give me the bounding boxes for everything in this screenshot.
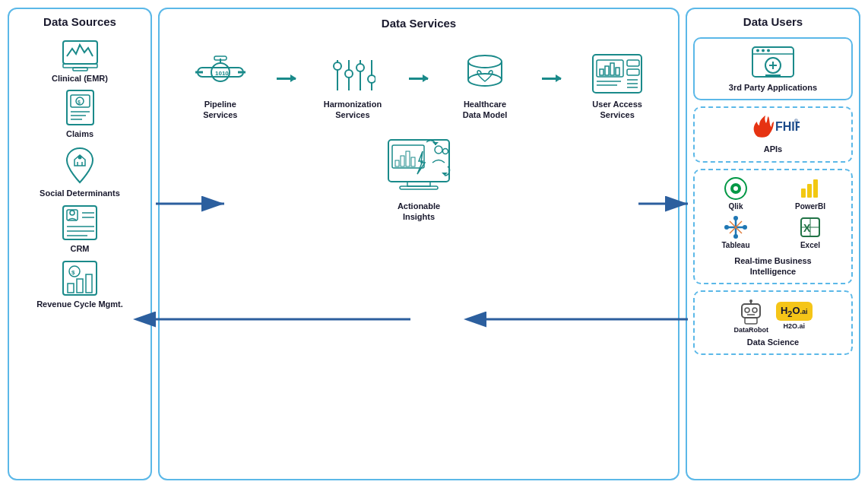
svg-point-94: [724, 225, 729, 230]
apis-label: APIs: [764, 144, 782, 154]
arrow-h-to-hdm: [409, 78, 428, 80]
svg-rect-24: [68, 284, 74, 293]
service-harmonization: HarmonizationServices: [311, 52, 394, 121]
uas-label: User AccessServices: [592, 99, 642, 121]
apis-section: FHIR ® APIs: [693, 106, 853, 162]
svg-text:1010: 1010: [215, 70, 229, 77]
data-users-title: Data Users: [743, 15, 803, 28]
svg-point-84: [733, 186, 738, 191]
powerbi-icon: [798, 176, 822, 201]
svg-rect-85: [801, 189, 806, 198]
revenue-label: Revenue Cycle Mgmt.: [36, 299, 123, 309]
svg-rect-62: [392, 145, 424, 168]
source-clinical: Clinical (EMR): [15, 37, 144, 83]
svg-rect-31: [214, 56, 227, 60]
svg-point-12: [78, 156, 82, 160]
qlik-label: Qlik: [729, 202, 743, 211]
pipeline-label: PipelineServices: [203, 99, 237, 121]
hdm-label: HealthcareData Model: [463, 99, 508, 121]
third-party-label: 3rd Party Applications: [729, 82, 817, 93]
excel-icon: X: [798, 215, 822, 239]
insights-label: ActionableInsights: [398, 201, 440, 223]
qlik-item: Qlik: [701, 176, 771, 211]
svg-point-40: [356, 64, 364, 71]
svg-rect-51: [616, 68, 619, 75]
svg-text:®: ®: [794, 119, 799, 124]
uas-icon: [591, 52, 644, 94]
svg-rect-63: [395, 160, 399, 166]
claims-label: Claims: [66, 129, 93, 138]
insights-section: ActionableInsights: [171, 136, 667, 223]
svg-point-93: [733, 234, 738, 239]
tableau-icon: [724, 215, 748, 239]
svg-point-45: [468, 74, 502, 86]
arrow-p-to-h: [277, 78, 296, 80]
datarobot-label: DataRobot: [733, 326, 768, 334]
data-services-title: Data Services: [171, 17, 667, 30]
svg-point-105: [749, 299, 752, 303]
datarobot-icon: [736, 298, 766, 325]
svg-point-75: [767, 49, 770, 52]
bi-section: Qlik PowerBI: [693, 169, 853, 285]
data-science-section: DataRobot H2O.ai H2O.ai Data Science: [693, 290, 853, 355]
source-social: Social Determinants: [15, 144, 144, 198]
social-label: Social Determinants: [40, 189, 120, 198]
data-users-box: Data Users 3rd Party Applications: [686, 8, 860, 480]
svg-rect-26: [86, 274, 92, 293]
ds-tools-row: DataRobot H2O.ai H2O.ai: [733, 298, 812, 334]
svg-rect-48: [600, 69, 603, 75]
third-party-icon: [750, 45, 796, 79]
clinical-icon: [59, 37, 101, 71]
svg-rect-2: [73, 68, 87, 71]
svg-rect-25: [77, 279, 83, 293]
svg-rect-106: [745, 318, 757, 324]
powerbi-label: PowerBI: [795, 202, 825, 211]
powerbi-item: PowerBI: [775, 176, 845, 211]
svg-point-15: [70, 211, 74, 215]
svg-point-67: [435, 146, 442, 154]
service-uas: User AccessServices: [575, 52, 659, 121]
svg-rect-52: [627, 60, 639, 66]
clinical-label: Clinical (EMR): [52, 74, 108, 83]
svg-text:$: $: [78, 100, 81, 106]
hdm-icon: [461, 52, 510, 94]
data-sources-title: Data Sources: [43, 15, 116, 28]
diagram-container: Data Sources Clinical (EMR) $ Claim: [0, 0, 868, 488]
excel-label: Excel: [800, 241, 820, 249]
source-revenue: $ Revenue Cycle Mgmt.: [15, 259, 144, 309]
svg-point-39: [345, 70, 353, 78]
h2oai-badge: H2O.ai: [776, 302, 813, 322]
pipeline-icon: 1010: [194, 52, 247, 94]
qlik-icon: [724, 176, 748, 201]
excel-item: X Excel: [775, 215, 845, 249]
svg-point-101: [745, 308, 749, 312]
svg-rect-64: [401, 156, 404, 166]
middle-section: Data Services 1010: [158, 8, 680, 480]
svg-point-38: [334, 62, 341, 70]
service-pipeline: 1010 PipelineServices: [179, 52, 262, 121]
source-crm: CRM: [15, 204, 144, 253]
services-flow-row: 1010 PipelineServices: [171, 52, 667, 121]
tableau-item: Tableau: [701, 215, 771, 249]
harmonization-icon: [330, 52, 375, 94]
data-services-box: Data Services 1010: [158, 8, 680, 480]
h2oai-item: H2O.ai H2O.ai: [776, 302, 813, 331]
svg-rect-65: [406, 151, 410, 166]
social-icon: [61, 144, 99, 186]
svg-point-92: [733, 216, 738, 220]
bi-tools-grid: Qlik PowerBI: [701, 176, 845, 249]
svg-rect-61: [400, 186, 438, 189]
svg-rect-49: [605, 66, 609, 75]
svg-rect-53: [627, 69, 639, 75]
svg-point-74: [762, 49, 765, 52]
svg-point-73: [756, 49, 759, 52]
insights-icon: [381, 136, 457, 197]
bi-label: Real-time BusinessIntelligence: [734, 255, 811, 277]
svg-point-41: [368, 75, 375, 83]
h2oai-label: H2O.ai: [783, 322, 805, 330]
service-hdm: HealthcareData Model: [443, 52, 527, 121]
ds-label: Data Science: [747, 337, 799, 347]
third-party-section: 3rd Party Applications: [693, 37, 853, 100]
svg-rect-86: [807, 184, 812, 198]
svg-point-68: [443, 148, 448, 154]
